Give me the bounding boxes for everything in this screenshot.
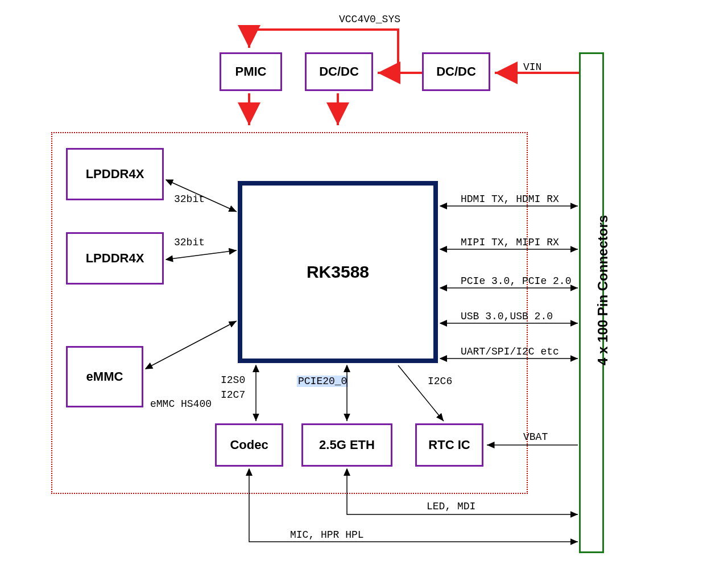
- codec-label: Codec: [230, 438, 268, 452]
- usb-label: USB 3.0,USB 2.0: [461, 311, 553, 322]
- vin-label: VIN: [523, 61, 541, 73]
- dcdc1-label: DC/DC: [319, 64, 359, 79]
- eth-block: 2.5G ETH: [301, 423, 392, 467]
- bus32-1-label: 32bit: [174, 193, 205, 205]
- uart-label: UART/SPI/I2C etc: [461, 346, 559, 357]
- block-diagram: PMIC DC/DC DC/DC LPDDR4X LPDDR4X eMMC RK…: [0, 0, 728, 585]
- lpddr4x-2-block: LPDDR4X: [66, 232, 164, 285]
- led-mdi-label: LED, MDI: [427, 501, 475, 512]
- pcie20-0-label: PCIE20_0: [297, 376, 348, 387]
- bus32-2-label: 32bit: [174, 237, 205, 248]
- i2c6-label: I2C6: [428, 376, 452, 387]
- vbat-label: VBAT: [523, 431, 548, 443]
- vcc4v0-label: VCC4V0_SYS: [339, 14, 400, 25]
- eth-label: 2.5G ETH: [319, 438, 375, 452]
- rk3588-label: RK3588: [307, 262, 369, 282]
- mipi-label: MIPI TX, MIPI RX: [461, 237, 559, 248]
- connector-label: 4 x 100 Pin Connectors: [595, 229, 611, 365]
- mic-hpr-label: MIC, HPR HPL: [290, 529, 364, 541]
- pcie-label: PCIe 3.0, PCIe 2.0: [461, 275, 571, 287]
- dcdc2-label: DC/DC: [436, 64, 476, 79]
- rtc-label: RTC IC: [428, 438, 470, 452]
- rtc-block: RTC IC: [415, 423, 483, 467]
- lpddr4x-1-label: LPDDR4X: [86, 167, 144, 182]
- pmic-label: PMIC: [235, 64, 267, 79]
- lpddr4x-2-label: LPDDR4X: [86, 251, 144, 266]
- lpddr4x-1-block: LPDDR4X: [66, 148, 164, 200]
- hdmi-label: HDMI TX, HDMI RX: [461, 193, 559, 205]
- pmic-block: PMIC: [220, 52, 282, 91]
- codec-block: Codec: [215, 423, 283, 467]
- dcdc1-block: DC/DC: [305, 52, 373, 91]
- emmc-hs400-label: eMMC HS400: [150, 398, 212, 410]
- emmc-block: eMMC: [66, 346, 143, 407]
- emmc-label: eMMC: [86, 369, 123, 384]
- dcdc2-block: DC/DC: [422, 52, 490, 91]
- rk3588-block: RK3588: [238, 181, 438, 363]
- i2c7-label: I2C7: [221, 389, 245, 401]
- i2s0-label: I2S0: [221, 374, 245, 386]
